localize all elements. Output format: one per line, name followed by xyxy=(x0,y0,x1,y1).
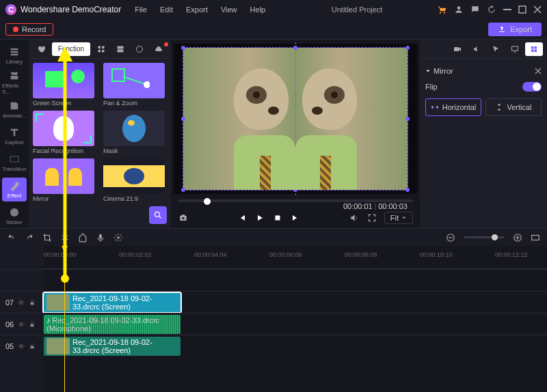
track-05[interactable]: Rec_2021-09-18 09-02-33.drcrc (Screen) xyxy=(44,335,547,356)
message-icon[interactable] xyxy=(470,5,480,14)
zoom-slider[interactable] xyxy=(464,236,505,238)
undo-icon[interactable] xyxy=(7,233,16,242)
redo-icon[interactable] xyxy=(25,233,34,242)
chevron-down-icon xyxy=(401,215,407,221)
track-head-05[interactable]: 05 xyxy=(0,335,44,356)
menu-edit[interactable]: Edit xyxy=(160,5,173,14)
close-icon[interactable] xyxy=(533,5,542,14)
effect-cinema[interactable]: Cinema 21:9 xyxy=(103,158,167,202)
svg-rect-26 xyxy=(532,235,539,240)
flip-horizontal-button[interactable]: Horizontal xyxy=(425,98,481,116)
effect-mask[interactable]: Mask xyxy=(103,111,167,154)
mic-icon[interactable] xyxy=(96,233,105,242)
tool-sticker[interactable]: Sticker xyxy=(2,204,27,228)
flip-v-icon xyxy=(495,103,503,111)
settings-icon[interactable] xyxy=(114,233,123,242)
track-headers: 07 06 05 xyxy=(0,246,44,392)
tool-library[interactable]: Library xyxy=(2,44,27,68)
playhead[interactable] xyxy=(64,246,65,392)
flip-label: Flip xyxy=(425,83,438,91)
preview-canvas[interactable] xyxy=(174,44,417,194)
export-icon xyxy=(498,25,506,33)
effect-facial-recognition[interactable]: Facial Recognition xyxy=(33,111,96,154)
fullscreen-button[interactable] xyxy=(366,212,377,223)
export-button[interactable]: Export xyxy=(488,23,542,36)
ptab-video[interactable] xyxy=(449,42,466,56)
tab-favorite[interactable] xyxy=(33,42,49,56)
menu-file[interactable]: File xyxy=(135,5,147,14)
svg-rect-18 xyxy=(531,46,534,49)
track-07[interactable]: Rec_2021-09-18 09-02-33.drcrc (Screen) xyxy=(44,291,547,313)
cursor-icon xyxy=(491,45,501,53)
timeline-ruler[interactable]: 00:00:00:00 00:00:02:02 00:00:04:04 00:0… xyxy=(44,246,547,269)
tab-layout1[interactable] xyxy=(112,42,129,56)
ptab-screen[interactable] xyxy=(506,42,524,56)
svg-rect-22 xyxy=(99,234,102,238)
maximize-icon[interactable] xyxy=(518,5,526,14)
svg-point-11 xyxy=(137,46,143,52)
export-label: Export xyxy=(510,25,532,33)
ptab-cursor[interactable] xyxy=(487,42,505,56)
zoom-out-icon[interactable] xyxy=(446,233,455,242)
chevron-down-icon[interactable] xyxy=(425,68,431,74)
ptab-effect[interactable] xyxy=(525,42,543,56)
selection-bounds[interactable] xyxy=(183,47,408,191)
topbar: Record Export xyxy=(0,19,547,40)
svg-rect-8 xyxy=(102,50,105,53)
menu-export[interactable]: Export xyxy=(186,5,208,14)
volume-button[interactable] xyxy=(349,212,360,223)
text-icon xyxy=(9,127,20,138)
track-06[interactable]: ♪ Rec_2021-09-18 09-02-33.drcrc (Microph… xyxy=(44,313,547,335)
next-button[interactable] xyxy=(290,212,301,223)
search-button[interactable] xyxy=(149,206,167,224)
cart-icon[interactable] xyxy=(438,5,447,14)
marker-icon[interactable] xyxy=(78,233,88,242)
svg-point-14 xyxy=(182,217,185,220)
tab-layout2[interactable] xyxy=(131,42,148,56)
properties-panel: Mirror Flip Horizontal Vertical xyxy=(420,40,547,228)
eye-icon[interactable] xyxy=(18,321,25,328)
lock-icon[interactable] xyxy=(29,299,36,306)
track-head-07[interactable]: 07 xyxy=(0,291,44,313)
lock-icon[interactable] xyxy=(29,343,36,350)
tab-function[interactable]: Function xyxy=(52,42,90,56)
tool-effects-store[interactable]: Effects S... xyxy=(2,70,27,95)
effect-mirror[interactable]: Mirror xyxy=(33,158,96,202)
flip-toggle[interactable] xyxy=(522,82,542,92)
timeline-tracks[interactable]: 00:00:00:00 00:00:02:02 00:00:04:04 00:0… xyxy=(44,246,547,392)
tool-annotation[interactable]: Annotat... xyxy=(2,98,27,122)
fit-timeline-icon[interactable] xyxy=(531,233,540,242)
close-section-icon[interactable] xyxy=(535,68,542,74)
eye-icon[interactable] xyxy=(18,343,25,350)
svg-rect-5 xyxy=(98,46,101,48)
play-button[interactable] xyxy=(254,212,265,223)
split-icon[interactable] xyxy=(60,233,70,242)
prev-button[interactable] xyxy=(237,212,248,223)
snapshot-button[interactable] xyxy=(178,212,189,223)
svg-rect-10 xyxy=(118,49,124,52)
tool-effect[interactable]: Effect xyxy=(2,178,27,201)
tool-transition[interactable]: Transition xyxy=(2,151,27,175)
tab-grid[interactable] xyxy=(93,42,109,56)
camera-icon xyxy=(178,213,188,223)
crop-icon[interactable] xyxy=(42,233,52,242)
svg-rect-6 xyxy=(102,46,105,48)
ptab-audio[interactable] xyxy=(468,42,485,56)
eye-icon[interactable] xyxy=(18,299,25,306)
minimize-icon[interactable] xyxy=(503,5,511,14)
stop-button[interactable] xyxy=(272,212,283,223)
flip-h-icon xyxy=(431,103,439,111)
lock-icon[interactable] xyxy=(29,321,36,328)
menu-help[interactable]: Help xyxy=(250,5,266,14)
effect-green-screen[interactable]: Green Screen xyxy=(33,63,96,107)
user-icon[interactable] xyxy=(454,5,464,14)
fit-dropdown[interactable]: Fit xyxy=(384,212,413,224)
record-button[interactable]: Record xyxy=(5,23,53,36)
flip-vertical-button[interactable]: Vertical xyxy=(485,98,542,116)
zoom-in-icon[interactable] xyxy=(513,233,522,242)
effect-pan-zoom[interactable]: Pan & Zoom xyxy=(103,63,167,107)
menu-view[interactable]: View xyxy=(221,5,237,14)
track-head-06[interactable]: 06 xyxy=(0,313,44,335)
tool-caption[interactable]: Caption xyxy=(2,124,27,148)
refresh-icon[interactable] xyxy=(487,5,496,14)
